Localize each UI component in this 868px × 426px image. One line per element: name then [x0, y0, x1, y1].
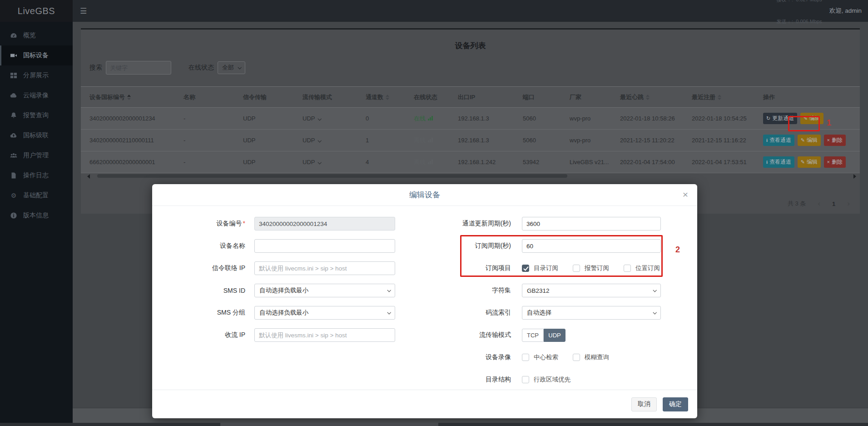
device-id-label: 设备编号 [217, 220, 242, 227]
device-id-input [254, 217, 395, 231]
recv-stream-ip-input[interactable] [254, 328, 395, 342]
stream-index-select[interactable]: 自动选择 [522, 306, 661, 320]
device-name-label: 设备名称 [152, 242, 245, 250]
field-sms-id: SMS ID 自动选择负载最小 [152, 284, 407, 297]
field-channel-refresh: 通道更新周期(秒) [407, 217, 688, 231]
close-icon[interactable]: × [683, 190, 688, 199]
modal-left-column: 设备编号* 设备名称 信令联络 IP SMS ID 自动选择负载最小 SMS 分… [152, 217, 407, 351]
sms-group-select[interactable]: 自动选择负载最小 [254, 306, 395, 320]
center-search-label: 中心检索 [534, 353, 558, 361]
field-stream-index: 码流索引 自动选择 [407, 306, 688, 320]
sms-id-select[interactable]: 自动选择负载最小 [254, 284, 395, 297]
device-record-label: 设备录像 [407, 353, 511, 361]
modal-body: 设备编号* 设备名称 信令联络 IP SMS ID 自动选择负载最小 SMS 分… [152, 206, 697, 217]
chevron-down-icon [653, 311, 656, 314]
confirm-button[interactable]: 确定 [663, 397, 688, 411]
field-charset: 字符集 GB2312 [407, 284, 688, 297]
field-sms-group: SMS 分组 自动选择负载最小 [152, 306, 407, 320]
window-horizontal-scrollbar[interactable] [0, 423, 868, 426]
cancel-button[interactable]: 取消 [631, 397, 657, 411]
stream-index-value: 自动选择 [527, 309, 551, 317]
channel-refresh-label: 通道更新周期(秒) [407, 220, 511, 228]
field-device-record: 设备录像 中心检索 模糊查询 [407, 351, 688, 364]
modal-title: 编辑设备 [409, 190, 440, 200]
stream-mode-segmented: TCP UDP [522, 329, 565, 342]
sms-id-label: SMS ID [152, 287, 245, 294]
admin-region-first-checkbox[interactable] [522, 376, 529, 383]
fuzzy-query-label: 模糊查询 [585, 353, 609, 361]
sms-group-label: SMS 分组 [152, 309, 245, 317]
modal-footer: 取消 确定 [152, 390, 697, 418]
chevron-down-icon [387, 288, 391, 292]
sip-contact-ip-input[interactable] [254, 261, 395, 275]
charset-label: 字符集 [407, 286, 511, 295]
fuzzy-query-checkbox[interactable] [573, 354, 580, 361]
annotation-step2-box [460, 235, 663, 277]
admin-region-first-label: 行政区域优先 [534, 376, 570, 384]
charset-select[interactable]: GB2312 [522, 284, 661, 297]
annotation-step1-number: 1 [827, 118, 831, 128]
sip-contact-ip-label: 信令联络 IP [152, 264, 245, 272]
stream-mode-label: 流传输模式 [407, 331, 511, 339]
sms-group-value: 自动选择负载最小 [259, 309, 308, 317]
sms-id-value: 自动选择负载最小 [259, 286, 308, 295]
annotation-step1-box [788, 116, 820, 131]
tcp-option[interactable]: TCP [522, 329, 544, 342]
scrollbar-thumb[interactable] [220, 423, 438, 426]
modal-header: 编辑设备 × [152, 184, 697, 206]
device-name-input[interactable] [254, 239, 395, 253]
field-recv-ip: 收流 IP [152, 328, 407, 342]
livegbs-app: LiveGBS 概览 国标设备 分屏展示 云端录像 报警查询 [0, 0, 868, 426]
required-asterisk: * [243, 220, 245, 227]
udp-option[interactable]: UDP [544, 329, 565, 342]
recv-stream-ip-label: 收流 IP [152, 331, 245, 339]
dir-structure-label: 目录结构 [407, 376, 511, 384]
field-device-name: 设备名称 [152, 239, 407, 253]
field-dir-structure: 目录结构 行政区域优先 [407, 373, 688, 386]
chevron-down-icon [387, 311, 391, 314]
charset-value: GB2312 [527, 287, 550, 294]
center-search-checkbox[interactable] [522, 354, 529, 361]
stream-index-label: 码流索引 [407, 309, 511, 317]
field-sip-ip: 信令联络 IP [152, 261, 407, 275]
field-stream-mode: 流传输模式 TCP UDP [407, 328, 688, 342]
field-device-id: 设备编号* [152, 217, 407, 231]
channel-refresh-input[interactable] [522, 217, 661, 231]
chevron-down-icon [653, 288, 656, 292]
edit-device-modal: 编辑设备 × 设备编号* 设备名称 信令联络 IP SMS ID [152, 184, 697, 418]
annotation-step2-number: 2 [675, 245, 680, 255]
